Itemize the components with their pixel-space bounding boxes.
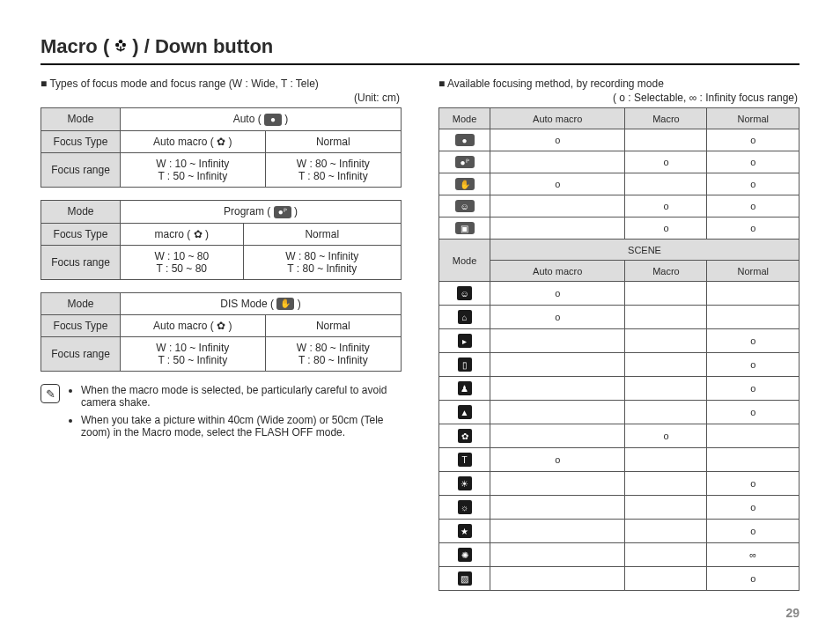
compat-cell [707, 282, 799, 306]
mode-cell: ● [439, 129, 490, 151]
label-mode: Mode [41, 200, 121, 223]
compat-cell [625, 401, 707, 424]
svg-point-1 [115, 43, 120, 48]
compat-table: ModeAuto macroMacroNormal●oo●ᴾoo✋oo☺oo▣o… [438, 107, 799, 591]
mode-value: Auto ( ● ) [121, 108, 402, 131]
col-header: Normal [707, 261, 799, 282]
label-mode: Mode [439, 240, 490, 282]
label-mode: Mode [41, 292, 121, 315]
focus-range-2: W : 80 ~ Infinity T : 80 ~ Infinity [265, 152, 401, 187]
compat-cell [707, 448, 799, 472]
mode-cell: ✿ [439, 424, 490, 448]
focus-type-1: Auto macro ( ✿ ) [121, 315, 266, 337]
mode-cell: ☺ [439, 195, 490, 217]
focus-type-2: Normal [243, 223, 401, 245]
col-header: Normal [707, 108, 799, 129]
compat-cell: o [707, 151, 799, 173]
scene-icon: ▸ [458, 334, 472, 348]
compat-cell: o [625, 217, 707, 240]
compat-cell [490, 401, 625, 424]
note-icon: ✎ [41, 384, 60, 403]
col-header: Macro [625, 261, 707, 282]
focus-range-1: W : 10 ~ Infinity T : 50 ~ Infinity [121, 152, 266, 187]
scene-icon: ⌂ [458, 310, 472, 324]
compat-cell: o [490, 448, 625, 472]
mode-cell: ▸ [439, 329, 490, 353]
focus-type-1: Auto macro ( ✿ ) [121, 130, 266, 152]
focus-range-2: W : 80 ~ Infinity T : 80 ~ Infinity [243, 245, 401, 279]
svg-point-2 [122, 43, 127, 48]
compat-cell [490, 377, 625, 401]
compat-cell: o [707, 520, 799, 543]
compat-cell [625, 472, 707, 496]
scene-header: SCENE [490, 240, 799, 261]
mode-icon: ☺ [455, 200, 475, 212]
label-focus-range: Focus range [41, 152, 121, 187]
col-header: Auto macro [490, 261, 625, 282]
compat-cell [625, 543, 707, 567]
compat-cell [625, 353, 707, 377]
mode-cell: ▣ [439, 217, 490, 240]
mode-cell: ★ [439, 520, 490, 543]
compat-cell [490, 520, 625, 543]
mode-cell: ♟ [439, 377, 490, 401]
right-column: ■ Available focusing method, by recordin… [438, 77, 799, 591]
scene-icon: ▲ [458, 405, 472, 419]
compat-cell: o [707, 195, 799, 217]
scene-icon: ✺ [458, 548, 472, 562]
focus-range-2: W : 80 ~ Infinity T : 80 ~ Infinity [265, 337, 401, 372]
mode-value: Program ( ●ᴾ ) [121, 200, 402, 223]
compat-cell: o [490, 306, 625, 329]
focus-range-1: W : 10 ~ Infinity T : 50 ~ Infinity [121, 337, 266, 372]
label-focus-type: Focus Type [41, 223, 121, 245]
scene-icon: ▨ [458, 571, 472, 586]
focus-range-1: W : 10 ~ 80 T : 50 ~ 80 [121, 245, 244, 279]
mode-cell: ☀ [439, 472, 490, 496]
svg-point-3 [120, 43, 122, 46]
scene-icon: ♟ [458, 381, 472, 395]
note-card: ✎ When the macro mode is selected, be pa… [41, 384, 402, 444]
label-focus-range: Focus range [41, 337, 121, 372]
flower-icon: ✿ [217, 320, 225, 332]
label-focus-type: Focus Type [41, 130, 121, 152]
page-number: 29 [785, 606, 799, 620]
mode-cell: ☺ [439, 282, 490, 306]
mode-icon: ● [264, 114, 282, 126]
left-intro: ■ Types of focus mode and focus range (W… [41, 77, 402, 90]
compat-cell: o [707, 329, 799, 353]
focus-type-1: macro ( ✿ ) [121, 223, 244, 245]
compat-cell: o [707, 173, 799, 195]
compat-cell [490, 543, 625, 567]
compat-cell: o [490, 282, 625, 306]
col-header: Macro [625, 108, 707, 129]
compat-cell: o [707, 472, 799, 496]
left-column: ■ Types of focus mode and focus range (W… [41, 77, 402, 591]
note-item: When the macro mode is selected, be part… [81, 384, 402, 409]
compat-cell [625, 173, 707, 195]
compat-cell [625, 129, 707, 151]
compat-cell [490, 353, 625, 377]
mode-cell: ✺ [439, 543, 490, 567]
compat-cell [490, 472, 625, 496]
mode-cell: ▲ [439, 401, 490, 424]
focus-type-2: Normal [265, 130, 401, 152]
flower-icon: ✿ [194, 228, 203, 240]
right-intro: ■ Available focusing method, by recordin… [438, 77, 799, 90]
compat-cell: o [707, 377, 799, 401]
compat-cell [625, 306, 707, 329]
compat-cell: o [490, 173, 625, 195]
focus-range-table: ModeAuto ( ● )Focus TypeAuto macro ( ✿ )… [41, 107, 402, 188]
scene-icon: ☼ [458, 500, 472, 514]
mode-value: DIS Mode ( ✋ ) [121, 292, 402, 315]
compat-cell: o [625, 424, 707, 448]
scene-icon: ★ [458, 524, 472, 538]
svg-point-0 [119, 40, 123, 44]
focus-range-table: ModeDIS Mode ( ✋ )Focus TypeAuto macro (… [41, 292, 402, 372]
unit-label: (Unit: cm) [41, 92, 400, 104]
compat-cell: o [707, 217, 799, 240]
mode-cell: ▯ [439, 353, 490, 377]
compat-cell: o [625, 195, 707, 217]
mode-cell: T [439, 448, 490, 472]
compat-cell [625, 329, 707, 353]
compat-cell [490, 496, 625, 520]
